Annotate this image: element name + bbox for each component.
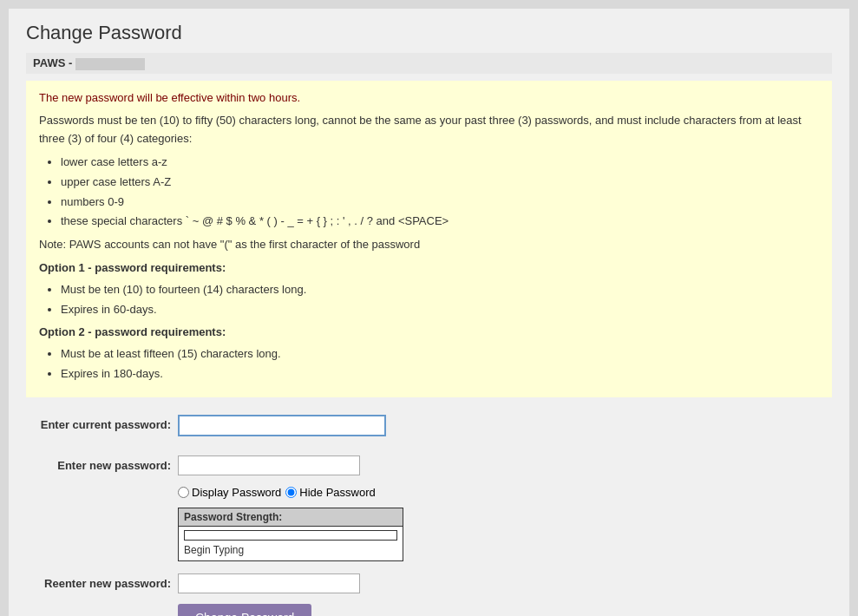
page-title: Change Password (26, 22, 832, 44)
new-password-label: Enter new password: (26, 455, 178, 472)
reenter-password-input[interactable] (178, 573, 360, 593)
reenter-password-label: Reenter new password: (26, 573, 178, 590)
info-box: The new password will be effective withi… (26, 81, 832, 397)
strength-bar-container: Begin Typing (179, 527, 403, 560)
display-password-radio[interactable] (178, 487, 189, 498)
option2-list: Must be at least fifteen (15) characters… (61, 345, 819, 383)
strength-text: Begin Typing (184, 543, 397, 557)
display-hide-row: Display Password Hide Password (178, 486, 832, 499)
page-container: Change Password PAWS - The new password … (9, 9, 849, 616)
display-password-label[interactable]: Display Password (178, 486, 281, 499)
strength-bar-outer (184, 530, 397, 541)
option2-item: Expires in 180-days. (61, 365, 819, 383)
username-value (75, 58, 145, 70)
rules-intro: Passwords must be ten (10) to fifty (50)… (39, 112, 819, 148)
change-password-button[interactable]: Change Password (178, 604, 311, 616)
category-item: lower case letters a-z (61, 154, 819, 172)
category-item: upper case letters A-Z (61, 174, 819, 192)
categories-list: lower case letters a-z upper case letter… (61, 154, 819, 231)
current-password-input[interactable] (178, 415, 386, 436)
new-password-row: Enter new password: (26, 455, 832, 475)
new-password-input[interactable] (178, 455, 360, 475)
option1-heading: Option 1 - password requirements: (39, 259, 819, 278)
form-section: Enter current password: Enter new passwo… (26, 410, 832, 616)
strength-header: Password Strength: (179, 508, 403, 527)
current-password-row: Enter current password: (26, 415, 832, 436)
option2-heading: Option 2 - password requirements: (39, 324, 819, 342)
password-strength-box: Password Strength: Begin Typing (178, 508, 403, 561)
hide-password-radio[interactable] (285, 487, 297, 498)
username-bar: PAWS - (26, 53, 832, 74)
username-prefix: PAWS - (33, 56, 72, 69)
option1-item: Must be ten (10) to fourteen (14) charac… (61, 281, 819, 299)
reenter-password-row: Reenter new password: (26, 573, 832, 593)
hide-password-label[interactable]: Hide Password (285, 486, 375, 499)
category-item: these special characters ` ~ @ # $ % & *… (61, 213, 819, 231)
paws-note: Note: PAWS accounts can not have "(" as … (39, 236, 819, 254)
category-item: numbers 0-9 (61, 193, 819, 212)
option2-item: Must be at least fifteen (15) characters… (61, 345, 819, 364)
current-password-label: Enter current password: (26, 415, 178, 431)
option1-item: Expires in 60-days. (61, 301, 819, 319)
option1-list: Must be ten (10) to fourteen (14) charac… (61, 281, 819, 319)
effective-note: The new password will be effective withi… (39, 89, 819, 108)
